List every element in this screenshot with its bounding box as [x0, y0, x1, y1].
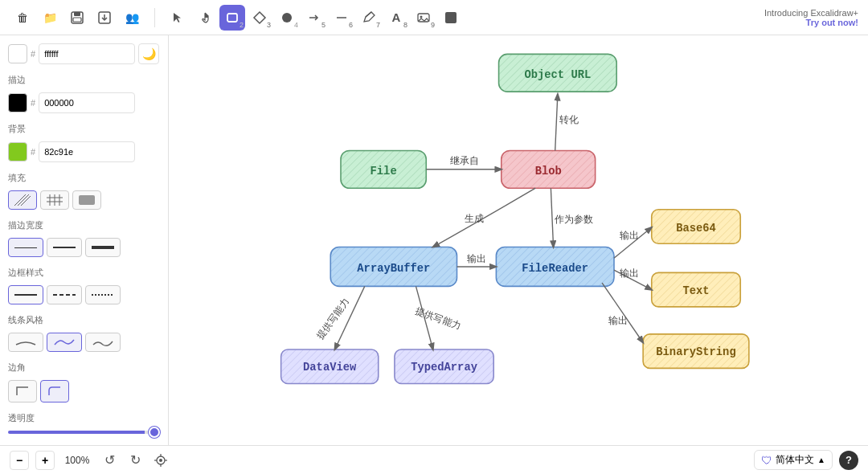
corner-sharp[interactable]	[8, 380, 37, 402]
redo-button[interactable]: ↻	[125, 451, 145, 470]
stroke-thin[interactable]	[8, 238, 43, 257]
zoom-in-button[interactable]: +	[35, 451, 55, 470]
text-tool[interactable]: A 8	[383, 5, 409, 31]
select-tool[interactable]	[165, 5, 190, 31]
dark-mode-button[interactable]: 🌙	[138, 43, 159, 64]
draw-tools: 2 3 4 5 6 7 A 8 9	[162, 5, 467, 31]
stroke-hex-input[interactable]	[39, 92, 135, 113]
svg-rect-1	[74, 12, 80, 16]
background-swatch[interactable]	[8, 44, 27, 63]
shield-icon: 🛡	[761, 454, 772, 467]
svg-line-10	[366, 12, 371, 17]
bg-swatch2[interactable]	[8, 142, 27, 161]
background-label: 背景	[8, 123, 160, 135]
hash-bg: #	[31, 49, 35, 59]
pencil-tool[interactable]: 7	[356, 5, 382, 31]
stroke-medium[interactable]	[47, 238, 82, 257]
node-filereader-text: FileReader	[522, 263, 588, 275]
eraser-button[interactable]: 🗑	[10, 5, 35, 31]
corner-options	[8, 380, 160, 402]
label-zuoweicanshu: 作为参数	[554, 214, 593, 224]
line-style-label: 线条风格	[8, 314, 160, 326]
arrow-blob-arraybuffer	[433, 188, 536, 247]
line-curved[interactable]	[47, 333, 82, 352]
background-hex-input[interactable]	[39, 43, 135, 64]
background-color-row: # 🌙	[8, 43, 160, 64]
undo-button[interactable]: ↺	[100, 451, 119, 470]
stroke-thick[interactable]	[85, 238, 121, 257]
arrow-tool[interactable]: 5	[301, 5, 327, 31]
stroke-solid[interactable]	[8, 285, 43, 304]
node-arraybuffer-text: ArrayBuffer	[357, 263, 430, 275]
fill-solid[interactable]	[72, 190, 101, 210]
label-ab-dataview: 提供写能力	[314, 296, 350, 341]
diagram-svg: Object URL Blob File ArrayBuffer FileRea…	[169, 35, 868, 445]
node-base64-text: Base64	[676, 223, 716, 235]
line-zigzag[interactable]	[85, 333, 121, 352]
line-tool[interactable]: 6	[329, 5, 354, 31]
corner-rounded[interactable]	[40, 380, 69, 402]
diamond-tool[interactable]: 3	[247, 5, 272, 31]
svg-marker-6	[254, 12, 265, 23]
hand-tool[interactable]	[192, 5, 218, 31]
node-text-text: Text	[682, 285, 709, 297]
corner-label: 边角	[8, 362, 160, 374]
fill-cross-hatch[interactable]	[40, 190, 69, 210]
fill-hatch[interactable]	[8, 190, 37, 210]
save-to-button[interactable]	[64, 5, 90, 31]
stroke-style-label: 边框样式	[8, 267, 160, 279]
language-selector[interactable]: 🛡 简体中文 ▲	[754, 450, 833, 470]
svg-line-16	[21, 194, 31, 206]
opacity-slider[interactable]	[8, 431, 160, 434]
hash-bg2: #	[31, 147, 35, 157]
arrow-blob-filereader	[551, 188, 553, 247]
rectangle-tool[interactable]: 2	[219, 5, 245, 31]
zoom-level-display: 100%	[61, 455, 93, 466]
export-button[interactable]	[92, 5, 117, 31]
stroke-dotted[interactable]	[85, 285, 121, 304]
node-blob-text: Blob	[535, 165, 562, 178]
hash-stroke: #	[31, 98, 35, 108]
stroke-width-label: 描边宽度	[8, 219, 160, 231]
opacity-row	[8, 431, 160, 434]
fill-options	[8, 190, 160, 210]
file-tools: 🗑 📁 👥	[6, 5, 148, 31]
try-now-link[interactable]: Try out now!	[806, 18, 858, 27]
main-area: # 🌙 描边 # 背景 # 填充 描边宽度	[0, 35, 868, 445]
restore-button[interactable]	[151, 451, 170, 470]
stroke-width-options	[8, 238, 160, 257]
embed-tool[interactable]	[438, 5, 464, 31]
canvas-area[interactable]: Object URL Blob File ArrayBuffer FileRea…	[169, 35, 868, 445]
svg-point-49	[159, 459, 162, 462]
label-fr-text: 输出	[620, 268, 639, 278]
svg-line-14	[14, 194, 26, 206]
zoom-out-button[interactable]: −	[10, 451, 29, 470]
label-fr-binary: 输出	[608, 315, 628, 325]
line-straight[interactable]	[8, 333, 43, 352]
node-file-text: File	[371, 165, 397, 178]
share-button[interactable]: 👥	[119, 5, 145, 31]
stroke-swatch[interactable]	[8, 93, 27, 112]
excalidraw-plus-promo: Introducing Excalidraw+ Try out now!	[764, 8, 858, 27]
node-object-url-text: Object URL	[524, 69, 591, 81]
image-tool[interactable]: 9	[411, 5, 436, 31]
svg-point-12	[420, 15, 423, 18]
label-zhuanhua: 转化	[559, 114, 579, 125]
stroke-label: 描边	[8, 74, 160, 86]
stroke-dashed[interactable]	[47, 285, 82, 304]
toolbar-sep-1	[154, 8, 155, 27]
left-panel: # 🌙 描边 # 背景 # 填充 描边宽度	[0, 35, 169, 445]
svg-rect-13	[445, 12, 457, 23]
circle-tool[interactable]: 4	[274, 5, 300, 31]
arrow-fr-binary	[602, 283, 643, 342]
bg-hex-input2[interactable]	[39, 141, 135, 162]
fill-label: 填充	[8, 172, 160, 184]
bottom-bar: − + 100% ↺ ↻ 🛡 简体中文 ▲ ?	[0, 445, 868, 474]
help-button[interactable]: ?	[839, 451, 858, 470]
svg-rect-2	[73, 18, 81, 22]
node-dataview-text: DataView	[303, 362, 357, 374]
label-jichengzi: 继承自	[450, 155, 479, 165]
label-shengcheng: 生成	[465, 213, 484, 223]
open-button[interactable]: 📁	[37, 5, 63, 31]
chevron-down-icon: ▲	[817, 456, 825, 464]
